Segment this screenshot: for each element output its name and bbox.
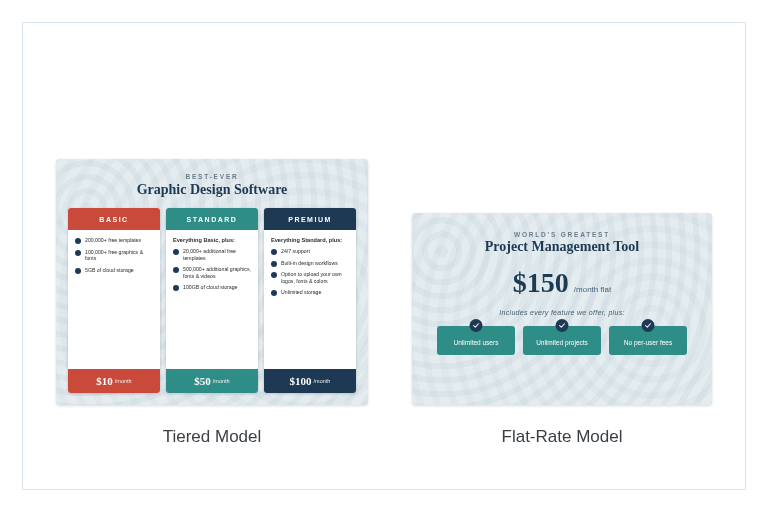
tiers-row: BASIC 200,000+ free templates 100,000+ f… <box>68 208 356 393</box>
flat-title: Project Management Tool <box>485 239 640 255</box>
cards-row: BEST-EVER Graphic Design Software BASIC … <box>56 159 712 447</box>
pill-label: Unlimited projects <box>536 339 588 346</box>
tier-premium-body: Everything Standard, plus: 24/7 support … <box>264 230 356 369</box>
feature-item: 20,000+ additional free templates <box>173 248 251 261</box>
feature-item: 5GB of cloud storage <box>75 267 153 274</box>
tier-premium: PREMIUM Everything Standard, plus: 24/7 … <box>264 208 356 393</box>
feature-item: 500,000+ additional graphics, fonts & vi… <box>173 266 251 279</box>
check-icon <box>556 319 569 332</box>
feature-item: 200,000+ free templates <box>75 237 153 244</box>
tiered-card: BEST-EVER Graphic Design Software BASIC … <box>56 159 368 405</box>
feature-item: Unlimited storage <box>271 289 349 296</box>
tier-premium-features: 24/7 support Built-in design workflows O… <box>271 248 349 296</box>
tier-basic: BASIC 200,000+ free templates 100,000+ f… <box>68 208 160 393</box>
flat-price: $150 <box>513 267 569 299</box>
flat-eyebrow: WORLD'S GREATEST <box>514 231 610 238</box>
tiered-column: BEST-EVER Graphic Design Software BASIC … <box>56 159 368 447</box>
flat-pill-users: Unlimited users <box>437 326 515 355</box>
pill-label: Unlimited users <box>454 339 499 346</box>
tier-basic-price: $10 <box>96 375 113 387</box>
tier-standard-lead: Everything Basic, plus: <box>173 237 251 243</box>
tiered-caption: Tiered Model <box>163 427 262 447</box>
flat-price-unit: /month flat <box>574 285 611 294</box>
tier-premium-footer: $100 /month <box>264 369 356 393</box>
tier-standard-unit: /month <box>213 378 230 384</box>
flat-tagline: Includes every feature we offer, plus: <box>499 309 624 316</box>
comparison-frame: BEST-EVER Graphic Design Software BASIC … <box>22 22 746 490</box>
feature-item: 24/7 support <box>271 248 349 255</box>
feature-item: 100,000+ free graphics & fonts <box>75 249 153 262</box>
check-icon <box>470 319 483 332</box>
tiered-eyebrow: BEST-EVER <box>185 173 238 180</box>
tier-standard-price: $50 <box>194 375 211 387</box>
pill-label: No per-user fees <box>624 339 672 346</box>
tier-standard-header: STANDARD <box>166 208 258 230</box>
flat-card: WORLD'S GREATEST Project Management Tool… <box>412 213 712 405</box>
feature-item: Built-in design workflows <box>271 260 349 267</box>
flat-caption: Flat-Rate Model <box>502 427 623 447</box>
flat-price-row: $150 /month flat <box>513 267 611 299</box>
tier-standard-footer: $50 /month <box>166 369 258 393</box>
flat-pill-fees: No per-user fees <box>609 326 687 355</box>
flat-pill-projects: Unlimited projects <box>523 326 601 355</box>
tier-premium-price: $100 <box>290 375 312 387</box>
tier-basic-unit: /month <box>115 378 132 384</box>
tier-standard: STANDARD Everything Basic, plus: 20,000+… <box>166 208 258 393</box>
flat-pills-row: Unlimited users Unlimited projects <box>437 326 687 355</box>
tier-premium-lead: Everything Standard, plus: <box>271 237 349 243</box>
tier-standard-features: 20,000+ additional free templates 500,00… <box>173 248 251 291</box>
tier-basic-body: 200,000+ free templates 100,000+ free gr… <box>68 230 160 369</box>
check-icon <box>642 319 655 332</box>
tier-basic-features: 200,000+ free templates 100,000+ free gr… <box>75 237 153 273</box>
tiered-title: Graphic Design Software <box>137 182 288 198</box>
tier-standard-body: Everything Basic, plus: 20,000+ addition… <box>166 230 258 369</box>
tier-premium-header: PREMIUM <box>264 208 356 230</box>
tier-basic-header: BASIC <box>68 208 160 230</box>
tier-premium-unit: /month <box>314 378 331 384</box>
flat-column: WORLD'S GREATEST Project Management Tool… <box>412 213 712 447</box>
feature-item: 100GB of cloud storage <box>173 284 251 291</box>
tier-basic-footer: $10 /month <box>68 369 160 393</box>
feature-item: Option to upload your own logos, fonts &… <box>271 271 349 284</box>
